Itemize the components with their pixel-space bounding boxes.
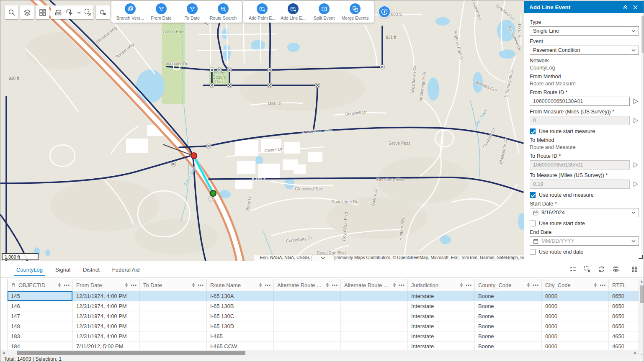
column-menu-icon[interactable]: ••• — [131, 282, 137, 288]
column-menu-icon[interactable]: ••• — [533, 282, 539, 288]
column-menu-icon[interactable]: ••• — [64, 282, 70, 288]
table-cell[interactable]: 12/31/1974, 4:00 PM — [73, 331, 140, 341]
scroll-up-arrow[interactable]: ▲ — [639, 279, 644, 284]
close-panel-button[interactable] — [631, 3, 639, 11]
table-cell[interactable]: 145 — [8, 291, 73, 301]
table-cell[interactable] — [140, 311, 207, 321]
tool-split-event[interactable]: Split Event — [309, 3, 339, 21]
table-cell[interactable]: 184 — [8, 341, 73, 350]
event-select[interactable]: Pavement Condition — [530, 46, 639, 55]
sort-icon[interactable] — [259, 283, 262, 287]
panel-resize-handle[interactable] — [639, 255, 643, 259]
use-route-end-date-checkbox[interactable]: Use route end date — [530, 249, 639, 255]
table-cell[interactable]: I-465 CCW — [207, 341, 274, 350]
tool-branch-vers[interactable]: Branch Vers... — [116, 3, 145, 21]
tool-to-date[interactable]: To Date — [178, 3, 207, 21]
table-vertical-scrollbar[interactable]: ▲ ▼ — [639, 279, 644, 358]
start-date-picker[interactable]: 9/16/2024 — [530, 208, 639, 217]
tool-route-search[interactable]: Route Search — [209, 3, 238, 21]
table-cell[interactable]: 0000 — [542, 341, 609, 350]
column-header-to-date[interactable]: To Date••• — [140, 279, 207, 291]
table-cell[interactable]: 0650 — [609, 301, 639, 311]
table-cell[interactable]: 0000 — [542, 301, 609, 311]
table-cell[interactable]: 148 — [8, 321, 73, 331]
table-cell[interactable] — [274, 301, 341, 311]
use-route-end-measure-checkbox[interactable]: Use route end measure — [530, 192, 639, 198]
table-row[interactable]: 14812/31/1974, 4:00 PMI-65 130DInterstat… — [8, 321, 639, 331]
column-header-alternate-route[interactable]: Alternate Route ...••• — [341, 279, 408, 291]
table-cell[interactable]: 7/11/2012, 5:00 PM — [73, 341, 140, 350]
table-cell[interactable] — [341, 331, 408, 341]
to-measure-input[interactable] — [530, 180, 630, 189]
selected-route-segment[interactable] — [194, 156, 213, 193]
table-cell[interactable] — [140, 331, 207, 341]
table-cell[interactable]: 4650 — [609, 341, 639, 350]
column-header-city-code[interactable]: City_Code••• — [542, 279, 609, 291]
sort-icon[interactable] — [58, 283, 61, 287]
table-cell[interactable] — [341, 291, 408, 301]
from-route-input[interactable] — [530, 97, 630, 106]
sort-icon[interactable] — [594, 283, 597, 287]
table-cell[interactable]: 12/31/1974, 4:00 PM — [73, 301, 140, 311]
tab-signal[interactable]: Signal — [55, 261, 70, 278]
table-cell[interactable]: Interstate — [408, 331, 475, 341]
basemap-grid-button[interactable] — [36, 5, 49, 19]
table-cell[interactable]: Interstate — [408, 341, 475, 350]
sort-icon[interactable] — [192, 283, 195, 287]
column-header-alternate-route[interactable]: Alternate Route ...••• — [274, 279, 341, 291]
tool-add-point-e[interactable]: Add Point E... — [247, 3, 277, 21]
table-cell[interactable] — [341, 321, 408, 331]
table-cell[interactable]: Boone — [475, 291, 542, 301]
table-cell[interactable]: I-465 — [207, 331, 274, 341]
column-header-jurisdiction[interactable]: Jurisdiction••• — [408, 279, 475, 291]
table-cell[interactable]: Interstate — [408, 311, 475, 321]
sort-icon[interactable] — [125, 283, 128, 287]
table-cell[interactable] — [341, 301, 408, 311]
column-menu-icon[interactable]: ••• — [466, 282, 472, 288]
pick-from-measure-on-map-icon[interactable] — [632, 117, 639, 124]
table-row[interactable]: 14612/31/1974, 4:00 PMI-65 130BInterstat… — [8, 301, 639, 311]
table-row[interactable]: 14712/31/1974, 4:00 PMI-65 130CInterstat… — [8, 311, 639, 321]
column-header-objectid[interactable]: OBJECTID••• — [8, 279, 73, 291]
table-cell[interactable]: 12/31/1974, 4:00 PM — [73, 291, 140, 301]
table-cell[interactable]: I-65 130B — [207, 301, 274, 311]
map-view[interactable]: Elevated WaySunset WayAnson ParkAldridge… — [0, 0, 524, 261]
column-menu-icon[interactable]: ••• — [399, 282, 405, 288]
table-cell[interactable]: 146 — [8, 301, 73, 311]
route-identify-button[interactable] — [96, 5, 110, 19]
column-header-route-name[interactable]: Route Name••• — [207, 279, 274, 291]
layers-button[interactable] — [20, 5, 34, 19]
type-select[interactable]: Single Line — [530, 26, 639, 36]
table-cell[interactable] — [274, 321, 341, 331]
table-cell[interactable]: 183 — [8, 331, 73, 341]
sort-icon[interactable] — [460, 283, 463, 287]
horizontal-scroll-thumb[interactable] — [17, 351, 245, 355]
table-cell[interactable]: 12/31/1974, 4:00 PM — [73, 321, 140, 331]
table-cell[interactable]: 0000 — [542, 331, 609, 341]
clear-selection-icon[interactable] — [581, 263, 593, 275]
column-header-rtel[interactable]: RTEL — [609, 279, 639, 291]
table-cell[interactable]: 0000 — [542, 291, 609, 301]
table-cell[interactable]: 0650 — [609, 291, 639, 301]
table-cell[interactable]: Boone — [475, 341, 542, 350]
table-cell[interactable]: Boone — [475, 331, 542, 341]
table-cell[interactable] — [341, 341, 408, 350]
table-cell[interactable] — [274, 331, 341, 341]
tool-from-date[interactable]: From Date — [147, 3, 176, 21]
table-cell[interactable]: Interstate — [408, 321, 475, 331]
visibility-icon[interactable] — [610, 263, 621, 275]
tab-district[interactable]: District — [83, 261, 100, 278]
table-cell[interactable] — [341, 311, 408, 321]
pick-from-route-on-map-icon[interactable] — [632, 98, 639, 105]
table-cell[interactable]: 12/31/1974, 4:00 PM — [73, 311, 140, 321]
tab-federal-aid[interactable]: Federal Aid — [112, 261, 140, 278]
column-menu-icon[interactable]: ••• — [600, 282, 606, 288]
column-menu-icon[interactable]: ••• — [332, 282, 338, 288]
table-cell[interactable]: Boone — [475, 301, 542, 311]
end-date-picker[interactable]: MM/DD/YYYY — [530, 236, 639, 246]
table-row[interactable]: 14512/31/1974, 4:00 PMI-65 130AInterstat… — [8, 291, 639, 301]
table-cell[interactable]: 0000 — [542, 311, 609, 321]
use-route-start-date-checkbox[interactable]: Use route start date — [530, 221, 639, 226]
table-cell[interactable] — [140, 321, 207, 331]
column-header-county-code[interactable]: County_Code••• — [475, 279, 542, 291]
